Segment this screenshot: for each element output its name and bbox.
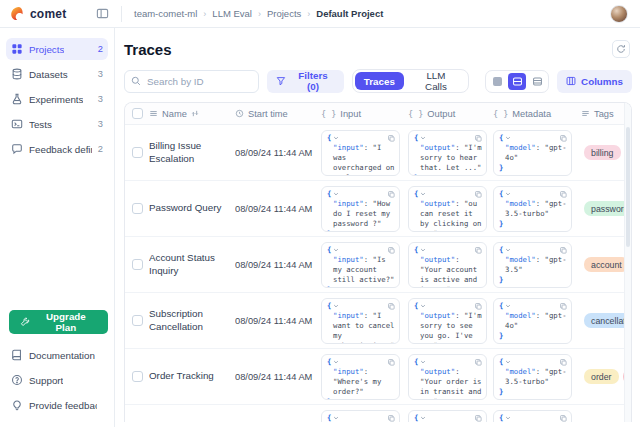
copy-icon[interactable] <box>560 359 567 366</box>
expand-chevron-icon[interactable] <box>333 359 339 365</box>
output-json-cell[interactable]: { "output": "Your order is in transit an… <box>408 354 487 400</box>
sidebar-item-documentation[interactable]: Documentation <box>6 344 108 366</box>
table-row[interactable]: Order Tracking 08/09/24 11:44 AM { "inpu… <box>125 349 631 405</box>
expand-chevron-icon[interactable] <box>420 247 426 253</box>
breadcrumb-default-project[interactable]: Default Project <box>316 8 383 19</box>
tag-billing[interactable]: billing <box>584 145 621 160</box>
output-json-cell[interactable]: { "output": "I've submitted your refund … <box>408 410 487 423</box>
refresh-button[interactable] <box>612 40 630 58</box>
table-row[interactable]: Refund Request 08/09/24 11:44 AM { "inpu… <box>125 405 631 422</box>
input-json-cell[interactable]: { "input": "Where's my order?" } <box>321 354 400 400</box>
upgrade-plan-button[interactable]: Upgrade Plan <box>9 310 108 334</box>
breadcrumb[interactable]: team-comet-ml›LLM Eval›Projects›Default … <box>134 8 383 19</box>
metadata-json-cell[interactable]: { "model": "gpt-3.5-turbo" } <box>493 354 572 400</box>
metadata-json-cell[interactable]: { "model": "gpt-3.5" } <box>493 410 572 423</box>
output-json-cell[interactable]: { "output": "ou can reset it by clicking… <box>408 186 487 232</box>
expand-chevron-icon[interactable] <box>420 415 426 421</box>
expand-chevron-icon[interactable] <box>505 191 511 197</box>
expand-chevron-icon[interactable] <box>420 359 426 365</box>
copy-icon[interactable] <box>475 247 482 254</box>
copy-icon[interactable] <box>560 191 567 198</box>
select-all-checkbox[interactable] <box>132 108 143 119</box>
expand-chevron-icon[interactable] <box>420 191 426 197</box>
sort-icon[interactable] <box>191 109 199 118</box>
metadata-json-cell[interactable]: { "model": "gpt-4o" } <box>493 298 572 344</box>
expand-chevron-icon[interactable] <box>505 359 511 365</box>
sidebar-toggle-icon[interactable] <box>96 7 109 20</box>
copy-icon[interactable] <box>560 247 567 254</box>
breadcrumb-llm-eval[interactable]: LLM Eval <box>212 8 252 19</box>
expand-chevron-icon[interactable] <box>333 247 339 253</box>
row-checkbox[interactable] <box>132 203 143 214</box>
metadata-json-cell[interactable]: { "model": "gpt-4o" } <box>493 130 572 176</box>
copy-icon[interactable] <box>388 415 395 422</box>
output-json-cell[interactable]: { "output": "Your account is active and … <box>408 242 487 288</box>
column-header-output[interactable]: { } Output <box>408 109 493 119</box>
filters-button[interactable]: Filters (0) <box>267 70 343 93</box>
density-small-button[interactable] <box>488 73 506 90</box>
expand-chevron-icon[interactable] <box>333 135 339 141</box>
tab-traces[interactable]: Traces <box>355 72 404 90</box>
input-json-cell[interactable]: { "input": "I want to cancel my subscrip… <box>321 298 400 344</box>
row-checkbox[interactable] <box>132 259 143 270</box>
copy-icon[interactable] <box>475 415 482 422</box>
sidebar-item-tests[interactable]: Tests 3 <box>6 113 108 135</box>
output-json-cell[interactable]: { "output": "I'm sorry to hear that. Let… <box>408 130 487 176</box>
expand-chevron-icon[interactable] <box>333 191 339 197</box>
expand-chevron-icon[interactable] <box>505 415 511 421</box>
table-row[interactable]: Subscription Cancellation 08/09/24 11:44… <box>125 293 631 349</box>
column-header-input[interactable]: { } Input <box>321 109 408 119</box>
column-header-start-time[interactable]: Start time <box>235 109 321 119</box>
copy-icon[interactable] <box>475 135 482 142</box>
copy-icon[interactable] <box>560 415 567 422</box>
sidebar-item-datasets[interactable]: Datasets 3 <box>6 63 108 85</box>
row-checkbox[interactable] <box>132 371 143 382</box>
breadcrumb-team-comet-ml[interactable]: team-comet-ml <box>134 8 197 19</box>
tab-llm-calls[interactable]: LLM Calls <box>406 72 466 90</box>
sidebar-item-experiments[interactable]: Experiments 3 <box>6 88 108 110</box>
sidebar-item-provide-feedback[interactable]: Provide feedback <box>6 394 108 416</box>
sidebar-item-projects[interactable]: Projects 2 <box>6 38 108 60</box>
comet-logo[interactable]: comet <box>10 6 88 21</box>
copy-icon[interactable] <box>388 359 395 366</box>
row-checkbox[interactable] <box>132 315 143 326</box>
expand-chevron-icon[interactable] <box>505 135 511 141</box>
copy-icon[interactable] <box>388 135 395 142</box>
expand-chevron-icon[interactable] <box>333 303 339 309</box>
density-medium-button[interactable] <box>508 73 526 90</box>
expand-chevron-icon[interactable] <box>505 303 511 309</box>
copy-icon[interactable] <box>560 135 567 142</box>
metadata-json-cell[interactable]: { "model": "gpt-3.5-turbo" } <box>493 186 572 232</box>
copy-icon[interactable] <box>388 247 395 254</box>
expand-chevron-icon[interactable] <box>333 415 339 421</box>
search-input[interactable] <box>124 70 259 93</box>
copy-icon[interactable] <box>475 359 482 366</box>
expand-chevron-icon[interactable] <box>505 247 511 253</box>
density-large-button[interactable] <box>528 73 546 90</box>
column-header-metadata[interactable]: { } Metadata <box>493 109 581 119</box>
row-checkbox[interactable] <box>132 147 143 158</box>
expand-chevron-icon[interactable] <box>420 303 426 309</box>
column-header-name[interactable]: Name <box>149 109 235 119</box>
input-json-cell[interactable]: { "input": "I was overcharged on my last… <box>321 130 400 176</box>
input-json-cell[interactable]: { "input": "Is my account still active?"… <box>321 242 400 288</box>
input-json-cell[interactable]: { "input": "Can I get a refund for my la… <box>321 410 400 423</box>
table-row[interactable]: Account Status Inquiry 08/09/24 11:44 AM… <box>125 237 631 293</box>
tag-order[interactable]: order <box>584 369 619 384</box>
copy-icon[interactable] <box>475 191 482 198</box>
table-row[interactable]: Password Query 08/09/24 11:44 AM { "inpu… <box>125 181 631 237</box>
breadcrumb-projects[interactable]: Projects <box>267 8 301 19</box>
sidebar-item-support[interactable]: Support <box>6 369 108 391</box>
sidebar-item-feedback-definitions[interactable]: Feedback definitions 2 <box>6 138 108 160</box>
tag-account[interactable]: account <box>584 257 629 272</box>
columns-button[interactable]: Columns <box>557 70 632 93</box>
user-avatar[interactable] <box>610 5 628 23</box>
input-json-cell[interactable]: { "input": "How do I reset my password ?… <box>321 186 400 232</box>
copy-icon[interactable] <box>475 303 482 310</box>
table-row[interactable]: Billing Issue Escalation 08/09/24 11:44 … <box>125 125 631 181</box>
metadata-json-cell[interactable]: { "model": "gpt-3.5" } <box>493 242 572 288</box>
copy-icon[interactable] <box>560 303 567 310</box>
table-scrollbar[interactable] <box>624 103 631 422</box>
copy-icon[interactable] <box>388 191 395 198</box>
expand-chevron-icon[interactable] <box>420 135 426 141</box>
